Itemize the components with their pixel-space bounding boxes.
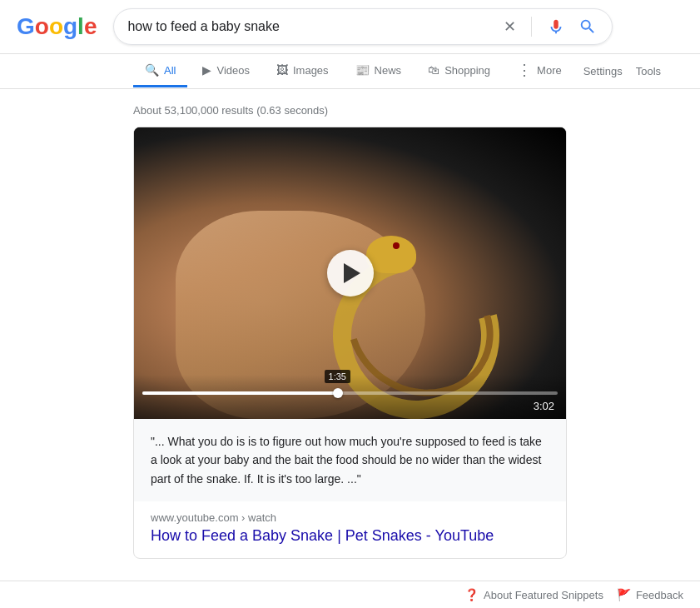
snippet-quote: "... What you do is is to figure out how…	[134, 419, 566, 501]
search-icons: ✕	[502, 16, 598, 37]
video-container[interactable]: 1:35 3:02	[134, 127, 566, 419]
voice-search-button[interactable]	[545, 16, 567, 37]
tools-button[interactable]: Tools	[629, 57, 668, 86]
search-icon	[578, 17, 597, 36]
search-input[interactable]	[127, 19, 494, 34]
about-snippets-link[interactable]: ❓ About Featured Snippets	[464, 588, 603, 601]
progress-fill	[142, 391, 338, 395]
snake-head	[366, 236, 416, 273]
play-button[interactable]	[327, 250, 374, 297]
results-count: About 53,100,000 results (0.63 seconds)	[133, 97, 567, 127]
search-submit-button[interactable]	[577, 16, 598, 37]
tab-shopping[interactable]: 🛍 Shopping	[416, 55, 502, 87]
feedback-label: Feedback	[636, 589, 683, 601]
tab-videos[interactable]: ▶ Videos	[191, 55, 261, 87]
images-icon: 🖼	[276, 63, 288, 77]
tab-all[interactable]: 🔍 All	[133, 55, 187, 87]
about-snippets-label: About Featured Snippets	[484, 589, 603, 601]
play-icon	[344, 263, 360, 283]
snake-eye	[393, 242, 400, 249]
shopping-icon: 🛍	[428, 63, 439, 77]
footer: ❓ About Featured Snippets 🚩 Feedback	[0, 581, 700, 608]
progress-area: 1:35	[142, 391, 558, 395]
close-icon: ✕	[504, 17, 516, 36]
question-icon: ❓	[464, 588, 479, 601]
video-duration: 3:02	[142, 398, 558, 414]
tab-more-label: More	[537, 64, 562, 77]
result-title-link[interactable]: How to Feed a Baby Snake | Pet Snakes - …	[151, 527, 494, 544]
tab-more[interactable]: ⋮ More	[505, 54, 573, 88]
tab-shopping-label: Shopping	[444, 64, 490, 77]
progress-thumb	[333, 388, 343, 398]
more-dots-icon: ⋮	[517, 62, 532, 77]
result-url: www.youtube.com › watch	[151, 511, 549, 524]
current-time-tooltip: 1:35	[325, 370, 350, 383]
google-logo[interactable]: Google	[17, 13, 97, 40]
nav-right-actions: Settings Tools	[577, 57, 668, 86]
flag-icon: 🚩	[617, 588, 631, 601]
result-link-area: www.youtube.com › watch How to Feed a Ba…	[134, 501, 566, 558]
tab-news-label: News	[375, 64, 402, 77]
divider	[531, 17, 532, 37]
tab-images[interactable]: 🖼 Images	[265, 55, 340, 87]
videos-icon: ▶	[202, 63, 211, 77]
featured-snippet: 1:35 3:02 "... What you do is is to figu…	[133, 127, 567, 559]
search-results: About 53,100,000 results (0.63 seconds)	[0, 89, 700, 576]
feedback-link[interactable]: 🚩 Feedback	[617, 588, 683, 601]
tab-images-label: Images	[293, 64, 329, 77]
video-controls: 1:35 3:02	[134, 375, 566, 419]
news-icon: 📰	[355, 63, 370, 77]
nav-tabs: 🔍 All ▶ Videos 🖼 Images 📰 News 🛍 Shoppin…	[0, 54, 700, 89]
clear-search-button[interactable]: ✕	[502, 16, 518, 37]
mic-icon	[547, 17, 565, 36]
search-bar: ✕	[113, 8, 613, 45]
tab-videos-label: Videos	[216, 64, 250, 77]
all-icon: 🔍	[145, 63, 159, 77]
progress-bar[interactable]	[142, 391, 558, 395]
header: Google ✕	[0, 0, 700, 54]
tab-all-label: All	[164, 64, 176, 77]
tab-news[interactable]: 📰 News	[344, 55, 414, 87]
settings-button[interactable]: Settings	[577, 57, 629, 86]
